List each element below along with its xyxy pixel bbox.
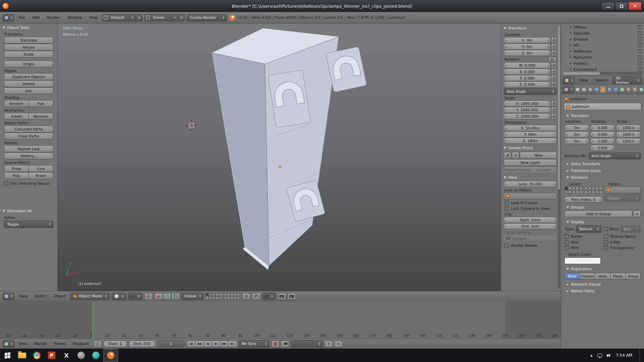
checkbox-icon[interactable] bbox=[604, 246, 608, 250]
outliner-hscrollbar[interactable] bbox=[562, 72, 643, 75]
layer-toggle[interactable] bbox=[572, 187, 575, 190]
taskbar-chrome[interactable] bbox=[30, 349, 44, 362]
outliner-item-reflection[interactable]: Reflection bbox=[562, 48, 642, 54]
timeline-menu-marker[interactable]: Marker bbox=[32, 341, 50, 347]
tab-object-icon[interactable] bbox=[600, 86, 606, 93]
layer-toggle[interactable] bbox=[568, 187, 572, 190]
scale-z-field[interactable]: Z: 1000.000 bbox=[504, 113, 550, 119]
timeline-menu-playback[interactable]: Playback bbox=[70, 341, 92, 347]
outliner-item-refraction[interactable]: Refraction bbox=[562, 54, 642, 60]
taskbar-gray-app[interactable] bbox=[74, 349, 89, 362]
start-button[interactable] bbox=[0, 349, 15, 362]
dimension-x-field[interactable]: X: 53.45m bbox=[504, 125, 557, 131]
bounds-checkbox[interactable] bbox=[604, 227, 608, 231]
outliner-item-specular[interactable]: Specular bbox=[562, 30, 642, 36]
lock-button[interactable] bbox=[551, 75, 557, 81]
outliner-menu-view[interactable]: View bbox=[577, 77, 591, 83]
clip-start-field[interactable]: Start: 1mm bbox=[504, 217, 557, 223]
gp-delete-frame-button[interactable]: Delete Frame bbox=[504, 167, 531, 173]
lock-camera-row[interactable]: Lock Camera to View bbox=[504, 206, 556, 211]
calculate-paths-button[interactable]: Calculate Paths bbox=[4, 126, 53, 132]
viewport-3d[interactable]: x y User Persp Meters x 0.05 (1) outersu… bbox=[58, 23, 501, 291]
manipulate-origins-toggle[interactable] bbox=[145, 293, 153, 300]
layer-toggle[interactable] bbox=[206, 293, 209, 296]
tab-texture-icon[interactable] bbox=[632, 86, 638, 93]
frame-start-field[interactable]: Start: 1 bbox=[103, 341, 127, 347]
browse-scene-icon[interactable] bbox=[145, 14, 151, 21]
layer-toggle[interactable] bbox=[206, 296, 209, 299]
rotation-lock-badge[interactable]: 4L bbox=[548, 57, 556, 62]
view-menu[interactable]: View bbox=[16, 293, 30, 299]
taskbar-x-app[interactable]: X bbox=[59, 349, 74, 362]
screen-layout-value[interactable]: Default bbox=[109, 15, 129, 20]
scale-z-field[interactable]: 1000.0 bbox=[616, 138, 641, 144]
viewport-layers-widget[interactable] bbox=[206, 293, 240, 299]
snap-element-dropdown[interactable] bbox=[262, 293, 276, 300]
layer-toggle[interactable] bbox=[599, 190, 602, 194]
panel-header-delta-transform[interactable]: ►Delta Transform bbox=[564, 161, 641, 167]
loc-y-field[interactable]: 0m bbox=[565, 131, 589, 137]
rotation-mode-dropdown[interactable]: Axis Angle bbox=[589, 153, 641, 159]
layer-toggle[interactable] bbox=[588, 190, 591, 194]
action-dropdown[interactable]: Toggle bbox=[4, 221, 53, 228]
dup-none-button[interactable]: None bbox=[565, 273, 580, 280]
join-button[interactable]: Join bbox=[4, 87, 53, 94]
editor-type-selector[interactable] bbox=[3, 293, 14, 300]
menu-help[interactable]: Help bbox=[87, 15, 100, 20]
layer-toggle[interactable] bbox=[216, 296, 219, 299]
tab-data-icon[interactable] bbox=[619, 86, 625, 93]
editor-type-selector[interactable] bbox=[3, 14, 14, 21]
layer-toggle[interactable] bbox=[227, 296, 230, 299]
scene-selector[interactable]: Scene + × bbox=[145, 14, 185, 21]
timeline-menu-frame[interactable]: Frame bbox=[51, 341, 68, 347]
checkbox-icon[interactable] bbox=[504, 243, 509, 248]
layer-toggle[interactable] bbox=[576, 190, 579, 194]
delete-layout-button[interactable]: × bbox=[136, 14, 142, 21]
layer-toggle[interactable] bbox=[592, 187, 595, 190]
breadcrumb-object[interactable]: outersurf bbox=[570, 97, 587, 101]
scale-y-field[interactable]: 1000.0 bbox=[616, 131, 641, 137]
panel-header-relations[interactable]: ▼Relations bbox=[564, 174, 641, 181]
prev-keyframe-button[interactable]: ◀◀ bbox=[195, 341, 204, 347]
gp-new-layer-button[interactable]: New Layer bbox=[504, 159, 557, 166]
tab-scene-icon[interactable] bbox=[587, 86, 593, 93]
layer-toggle[interactable] bbox=[234, 293, 237, 296]
local-camera-picker[interactable]: Camera bbox=[504, 235, 557, 242]
clear-paths-button[interactable]: Clear Paths bbox=[4, 133, 53, 139]
checkbox-icon[interactable] bbox=[638, 55, 642, 59]
remove-keyframe-button[interactable]: Remove bbox=[29, 113, 53, 120]
lock-button[interactable] bbox=[551, 37, 557, 43]
show-wire-row[interactable]: Wire bbox=[565, 246, 602, 250]
close-button[interactable]: × bbox=[629, 2, 641, 10]
scene-value[interactable]: Scene bbox=[151, 15, 171, 20]
auto-keyframe-record-button[interactable] bbox=[271, 341, 279, 347]
layer-toggle[interactable] bbox=[599, 187, 602, 190]
layer-toggle[interactable] bbox=[592, 190, 595, 194]
tab-world-icon[interactable] bbox=[594, 86, 599, 93]
lock-button[interactable] bbox=[551, 107, 557, 113]
taskbar-powerpoint[interactable]: P bbox=[44, 349, 59, 362]
layer-toggle[interactable] bbox=[595, 187, 599, 190]
panel-header-motion-paths[interactable]: ►Motion Paths bbox=[564, 288, 641, 294]
panel-header-duplication[interactable]: ▼Duplication bbox=[564, 265, 641, 272]
rotation-x-field[interactable]: X: 0.000 bbox=[504, 69, 550, 75]
outliner-item-diffuse[interactable]: Diffuse bbox=[562, 24, 642, 30]
use-preview-range-toggle[interactable] bbox=[94, 341, 102, 347]
rotation-z-field[interactable]: Z: 0.000 bbox=[504, 81, 550, 87]
render-border-row[interactable]: Render Border bbox=[504, 243, 556, 248]
add-grease-pencil-button[interactable]: + bbox=[512, 152, 519, 159]
pivot-dropdown[interactable] bbox=[128, 293, 143, 300]
checkbox-icon[interactable] bbox=[4, 181, 8, 186]
taskbar-teal-app[interactable] bbox=[89, 349, 103, 362]
location-z-field[interactable]: Z: 0m bbox=[504, 50, 550, 56]
show-axis-row[interactable]: Axis bbox=[565, 240, 602, 244]
lock-button[interactable] bbox=[551, 69, 557, 75]
pass-index-field[interactable]: Pass Index: 0 bbox=[565, 196, 602, 202]
volume-icon[interactable] bbox=[607, 354, 608, 357]
taskbar-file-explorer[interactable] bbox=[15, 349, 30, 362]
lock-button[interactable] bbox=[551, 101, 557, 107]
browse-layout-icon[interactable] bbox=[103, 14, 109, 21]
smooth-button[interactable]: Smooth bbox=[4, 100, 29, 107]
checkbox-icon[interactable] bbox=[565, 240, 569, 244]
dup-faces-button[interactable]: Faces bbox=[610, 273, 626, 280]
